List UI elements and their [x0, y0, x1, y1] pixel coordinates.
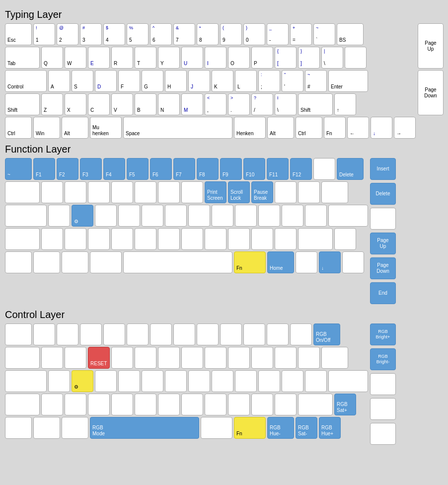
key-c[interactable]: C: [88, 93, 110, 115]
key-fn[interactable]: Fn: [324, 117, 346, 139]
key-space[interactable]: Space: [123, 117, 232, 139]
fn-key-f8[interactable]: F8: [197, 158, 219, 180]
key-j[interactable]: J: [188, 70, 210, 92]
fn-key-pausebreak[interactable]: PauseBreak: [251, 181, 273, 203]
key-pagedown-typing[interactable]: PageDown: [418, 70, 444, 115]
fn-key-scrolllock[interactable]: ScrollLock: [228, 181, 250, 203]
key-rbracket[interactable]: }]: [298, 47, 320, 69]
key-lshift[interactable]: Shift: [5, 93, 40, 115]
key-m[interactable]: M: [181, 93, 203, 115]
fn-key-tilde[interactable]: ~: [5, 158, 32, 180]
key-lctrl[interactable]: Ctrl: [5, 117, 32, 139]
fn-key-down[interactable]: ↓: [319, 251, 341, 273]
key-8[interactable]: *8: [197, 23, 219, 45]
key-backspace[interactable]: BS: [337, 23, 364, 45]
fn-side-delete[interactable]: Delete: [370, 183, 396, 205]
key-9[interactable]: (9: [220, 23, 242, 45]
key-v[interactable]: V: [111, 93, 133, 115]
fn-side-pageup[interactable]: PageUp: [370, 233, 396, 254]
ctrl-key-rgb-hue-minus[interactable]: RGBHue-: [267, 417, 294, 439]
key-backslash[interactable]: |\: [321, 47, 343, 69]
ctrl-side-rgb-bright-plus[interactable]: RGBBright+: [370, 323, 396, 345]
key-rctrl[interactable]: Ctrl: [296, 117, 322, 139]
key-esc[interactable]: Esc: [5, 23, 32, 45]
key-s[interactable]: S: [72, 70, 93, 92]
key-minus[interactable]: _-: [267, 23, 289, 45]
key-equal[interactable]: +=: [290, 23, 312, 45]
key-control[interactable]: Control: [5, 70, 47, 92]
ctrl-key-rgb-onoff[interactable]: RGBOn/Off: [313, 323, 340, 345]
fn-side-end[interactable]: End: [370, 282, 396, 304]
fn-key-gear[interactable]: ⚙: [72, 205, 93, 227]
fn-key-f4[interactable]: F4: [103, 158, 125, 180]
key-rightarrow[interactable]: →: [394, 117, 416, 139]
fn-key-home[interactable]: Home: [267, 251, 294, 273]
ctrl-key-gear[interactable]: ⚙: [72, 370, 93, 392]
ctrl-key-rgb-sat-plus[interactable]: RGBSat+: [334, 394, 356, 415]
key-enter[interactable]: Enter: [328, 70, 368, 92]
key-h[interactable]: H: [165, 70, 187, 92]
key-x[interactable]: X: [65, 93, 86, 115]
key-a[interactable]: A: [48, 70, 70, 92]
fn-key-f7[interactable]: F7: [173, 158, 195, 180]
key-y[interactable]: Y: [158, 47, 180, 69]
key-lbracket[interactable]: {[: [275, 47, 297, 69]
key-comma[interactable]: <,: [205, 93, 226, 115]
key-tab-end[interactable]: [345, 47, 367, 69]
key-ralt[interactable]: Alt: [267, 117, 294, 139]
key-u[interactable]: U: [181, 47, 203, 69]
key-b[interactable]: B: [135, 93, 156, 115]
key-slash[interactable]: ?/: [251, 93, 273, 115]
key-5[interactable]: %5: [127, 23, 149, 45]
key-lalt[interactable]: Alt: [62, 117, 88, 139]
key-1[interactable]: !1: [33, 23, 55, 45]
key-t[interactable]: T: [135, 47, 156, 69]
key-downarrow[interactable]: ↓: [371, 117, 392, 139]
key-pageup-typing[interactable]: PageUp: [418, 23, 444, 69]
fn-key-f2[interactable]: F2: [57, 158, 78, 180]
fn-key-f10[interactable]: F10: [243, 158, 265, 180]
key-tab[interactable]: Tab: [5, 47, 40, 69]
ctrl-side-rgb-bright-minus[interactable]: RGBBright-: [370, 348, 396, 370]
key-o[interactable]: O: [228, 47, 250, 69]
key-henken[interactable]: Henken: [234, 117, 266, 139]
key-i[interactable]: I: [205, 47, 226, 69]
key-semicolon[interactable]: :;: [258, 70, 280, 92]
key-f[interactable]: F: [118, 70, 140, 92]
key-win[interactable]: Win: [33, 117, 60, 139]
fn-key-f9[interactable]: F9: [220, 158, 242, 180]
key-leftarrow[interactable]: ←: [347, 117, 369, 139]
key-q[interactable]: Q: [41, 47, 63, 69]
key-n[interactable]: N: [158, 93, 180, 115]
fn-side-pagedown[interactable]: PageDown: [370, 257, 396, 279]
key-l[interactable]: L: [235, 70, 257, 92]
key-0[interactable]: )0: [243, 23, 265, 45]
key-muhenken[interactable]: Muhenken: [90, 117, 122, 139]
ctrl-key-reset[interactable]: RESET: [88, 347, 110, 369]
key-k[interactable]: K: [212, 70, 233, 92]
key-6[interactable]: ^6: [150, 23, 172, 45]
fn-key-printscreen[interactable]: PrintScreen: [205, 181, 226, 203]
key-3[interactable]: #3: [80, 23, 102, 45]
fn-key-delete[interactable]: Delete: [337, 158, 364, 180]
ctrl-key-rgb-hue-plus[interactable]: RGBHue+: [319, 417, 341, 439]
ctrl-key-fn[interactable]: Fn: [234, 417, 266, 439]
key-quote[interactable]: "': [282, 70, 303, 92]
fn-key-f1[interactable]: F1: [33, 158, 55, 180]
key-rshift[interactable]: Shift: [298, 93, 333, 115]
key-uparrow[interactable]: ↑: [334, 93, 356, 115]
ctrl-key-rgb-mode[interactable]: RGBMode: [90, 417, 199, 439]
key-z[interactable]: Z: [41, 93, 63, 115]
key-7[interactable]: &7: [173, 23, 195, 45]
key-hash[interactable]: ~#: [305, 70, 327, 92]
key-4[interactable]: $4: [103, 23, 125, 45]
ctrl-key-rgb-sat-minus[interactable]: RGBSat-: [296, 417, 317, 439]
key-2[interactable]: @2: [57, 23, 78, 45]
fn-key-f5[interactable]: F5: [127, 158, 149, 180]
key-r[interactable]: R: [111, 47, 133, 69]
fn-side-insert[interactable]: Insert: [370, 158, 396, 180]
key-d[interactable]: D: [95, 70, 117, 92]
fn-key-f6[interactable]: F6: [150, 158, 172, 180]
fn-key-f11[interactable]: F11: [267, 158, 289, 180]
key-backtick2[interactable]: ~`: [313, 23, 335, 45]
